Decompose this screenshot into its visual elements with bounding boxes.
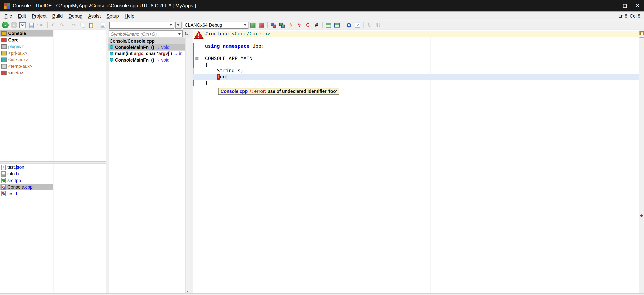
package-item[interactable]: <prj-aux> [0,50,53,56]
menu-item-assist[interactable]: Assist [85,12,104,20]
package-settings-button[interactable] [258,21,266,29]
file-pane: test.jsoninfo.txtsrc.tppConsole.cpptest.… [0,164,106,293]
combo-dropdown-button[interactable] [177,31,182,37]
package-item[interactable]: <temp-aux> [0,63,53,70]
combo-dropdown-button[interactable] [168,22,174,28]
clean-button[interactable]: C [304,21,312,29]
code-token: { [205,62,208,68]
redo-button[interactable]: ↷ [58,21,66,29]
file-item[interactable]: Console.cpp [0,184,53,190]
code-token [205,74,217,80]
refresh-button[interactable]: ↻ [366,21,374,29]
menu-item-debug[interactable]: Debug [66,12,85,20]
symbol-token: → in [172,51,182,56]
window-controls: ✕ [606,0,644,12]
editor-scrollbar[interactable] [638,30,644,293]
code-line-6: { [193,62,639,68]
document-view-icon [29,22,34,28]
binary-mode-toggle[interactable]: 1010 [36,22,46,28]
vertical-splitter-right[interactable] [190,30,193,293]
file-item[interactable]: info.txt [0,170,53,177]
horizontal-splitter[interactable] [0,162,106,164]
toolbar-separator [363,22,364,28]
file-item[interactable]: src.tpp [0,177,53,184]
file-ext: .tpp [14,178,21,183]
combo-dropdown-button[interactable] [242,22,248,28]
edit-file-button[interactable] [99,21,107,29]
find-history-combo[interactable] [109,22,174,28]
navigate-back-button[interactable]: ◄ [1,21,10,29]
package-item[interactable]: <ide-aux> [0,56,53,63]
silver-package-icon [1,64,6,68]
menu-item-setup[interactable]: Setup [104,12,122,20]
preprocess-button[interactable]: # [312,21,321,29]
undo-button[interactable]: ↶ [49,21,58,29]
error-marker-dot[interactable] [640,214,643,217]
chevron-down-icon [178,33,181,35]
symbol-token: ConsoleMainFn_() [115,57,154,62]
output-mode-button[interactable] [269,21,278,29]
symbol-item[interactable]: ConsoleMainFn_() → void [108,44,185,50]
rebuild-button[interactable]: ϟ [295,21,304,29]
menu-item-edit[interactable]: Edit [15,12,29,20]
execute-button[interactable] [324,21,332,29]
close-button[interactable]: ✕ [631,0,644,12]
toolbar-separator [97,22,97,28]
json-file-icon [1,164,6,170]
menu-item-help[interactable]: Help [122,12,137,20]
text-mode-toggle[interactable]: txt [19,22,26,28]
navigator-panel: Symbol/lineno (Ctrl+G) ⇅ Console/Console… [108,30,190,293]
workspace-panel: ConsoleCoreplugin/z<prj-aux><ide-aux><te… [0,30,106,293]
upp-home-button[interactable]: U [374,21,382,29]
vertical-splitter-left[interactable] [106,30,108,293]
symbol-item[interactable]: ConsoleMainFn_() → void [108,57,185,63]
file-item[interactable]: test.t [0,190,53,197]
code-line-4 [193,49,639,56]
build-method-combo[interactable]: CLANGx64 Debug [182,22,248,28]
navigate-forward-button[interactable]: ► [10,21,18,29]
sort-button[interactable]: ⇅ [183,30,190,37]
line-markers-icon[interactable] [640,38,644,41]
code-lines: #include <Core/Core.h>using namespace Up… [193,31,639,86]
copy-button[interactable] [78,21,87,29]
function-icon [110,58,113,62]
paste-button[interactable] [87,21,95,29]
execute-options-button[interactable] [333,21,341,29]
package-label: <meta> [8,70,24,75]
package-item[interactable]: Console [0,30,53,36]
window-run-icon [326,23,331,27]
maximize-button[interactable] [618,0,631,12]
debug-button[interactable] [345,21,353,29]
symbol-token: char [146,51,157,56]
package-item[interactable]: plugin/z [0,43,53,50]
code-token: using [205,43,220,49]
sort-icon: ⇅ [184,31,188,37]
symbol-search-combo[interactable]: Symbol/lineno (Ctrl+G) [109,30,183,37]
paste-icon [89,22,93,28]
help-button[interactable]: ? [354,21,362,29]
minimize-button[interactable] [606,0,618,12]
package-item[interactable]: Core [0,36,53,43]
menu-item-project[interactable]: Project [29,12,50,20]
navigator-scrollbar[interactable]: ▼ [185,38,190,293]
history-dropdown-button[interactable] [175,22,182,28]
file-name: Console [7,184,24,190]
code-editor[interactable]: #include <Core/Core.h>using namespace Up… [193,30,644,293]
code-token: ; [240,68,244,74]
sync-files-button[interactable] [278,21,286,29]
package-item[interactable]: <meta> [0,70,53,76]
scroll-down-icon: ▼ [186,290,189,293]
file-ext: .cpp [24,184,32,190]
symbol-item[interactable]: main(int argc, char *argv[]) → in [108,50,185,57]
menu-item-build[interactable]: Build [50,12,66,20]
symbol-search-placeholder: Symbol/lineno (Ctrl+G) [109,32,177,36]
menu-item-file[interactable]: File [2,12,15,20]
package-organizer-button[interactable] [249,21,257,29]
view-mode-toggle[interactable] [27,21,35,29]
file-item[interactable]: test.json [0,164,53,170]
symbol-token: main( [115,51,127,56]
build-button[interactable]: ϟ [287,21,295,29]
symbol-token: argv [158,51,168,56]
annotations-icon[interactable] [640,31,644,35]
cut-button[interactable]: ✂ [70,21,78,29]
